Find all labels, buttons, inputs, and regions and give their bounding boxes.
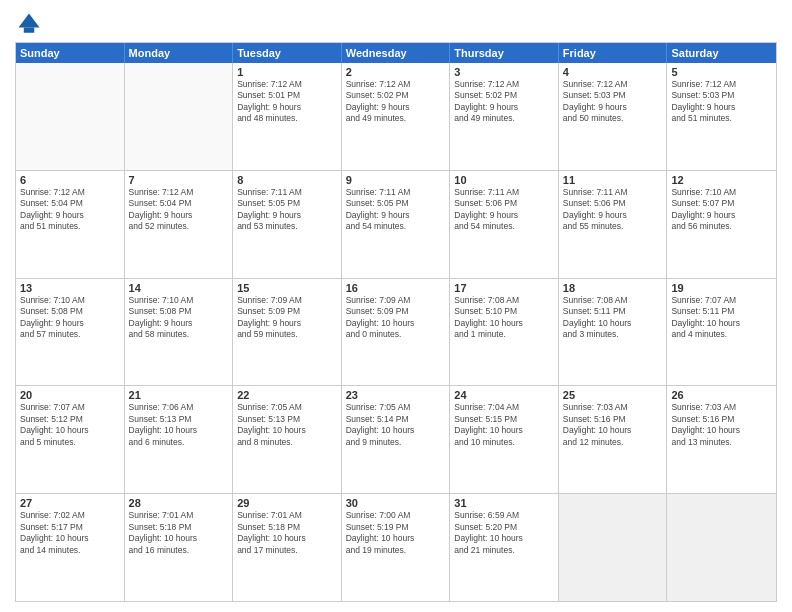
day-number: 7 — [129, 174, 229, 186]
day-number: 4 — [563, 66, 663, 78]
day-info: Sunrise: 7:12 AM Sunset: 5:03 PM Dayligh… — [671, 79, 772, 125]
calendar-header: SundayMondayTuesdayWednesdayThursdayFrid… — [16, 43, 776, 63]
day-info: Sunrise: 7:11 AM Sunset: 5:06 PM Dayligh… — [454, 187, 554, 233]
calendar-cell — [125, 63, 234, 170]
day-info: Sunrise: 7:12 AM Sunset: 5:03 PM Dayligh… — [563, 79, 663, 125]
calendar-cell: 23Sunrise: 7:05 AM Sunset: 5:14 PM Dayli… — [342, 386, 451, 493]
day-number: 19 — [671, 282, 772, 294]
day-info: Sunrise: 7:10 AM Sunset: 5:08 PM Dayligh… — [129, 295, 229, 341]
day-info: Sunrise: 7:01 AM Sunset: 5:18 PM Dayligh… — [237, 510, 337, 556]
header — [15, 10, 777, 38]
day-number: 28 — [129, 497, 229, 509]
calendar: SundayMondayTuesdayWednesdayThursdayFrid… — [15, 42, 777, 602]
calendar-cell: 12Sunrise: 7:10 AM Sunset: 5:07 PM Dayli… — [667, 171, 776, 278]
day-info: Sunrise: 7:12 AM Sunset: 5:04 PM Dayligh… — [129, 187, 229, 233]
day-info: Sunrise: 7:08 AM Sunset: 5:11 PM Dayligh… — [563, 295, 663, 341]
day-number: 21 — [129, 389, 229, 401]
day-number: 27 — [20, 497, 120, 509]
day-info: Sunrise: 7:12 AM Sunset: 5:01 PM Dayligh… — [237, 79, 337, 125]
day-number: 22 — [237, 389, 337, 401]
calendar-cell: 20Sunrise: 7:07 AM Sunset: 5:12 PM Dayli… — [16, 386, 125, 493]
calendar-cell: 18Sunrise: 7:08 AM Sunset: 5:11 PM Dayli… — [559, 279, 668, 386]
page: SundayMondayTuesdayWednesdayThursdayFrid… — [0, 0, 792, 612]
calendar-header-cell: Thursday — [450, 43, 559, 63]
day-info: Sunrise: 7:10 AM Sunset: 5:07 PM Dayligh… — [671, 187, 772, 233]
day-info: Sunrise: 7:07 AM Sunset: 5:12 PM Dayligh… — [20, 402, 120, 448]
calendar-cell: 30Sunrise: 7:00 AM Sunset: 5:19 PM Dayli… — [342, 494, 451, 601]
calendar-cell: 22Sunrise: 7:05 AM Sunset: 5:13 PM Dayli… — [233, 386, 342, 493]
calendar-header-cell: Wednesday — [342, 43, 451, 63]
calendar-cell: 24Sunrise: 7:04 AM Sunset: 5:15 PM Dayli… — [450, 386, 559, 493]
day-number: 12 — [671, 174, 772, 186]
calendar-cell: 15Sunrise: 7:09 AM Sunset: 5:09 PM Dayli… — [233, 279, 342, 386]
day-info: Sunrise: 6:59 AM Sunset: 5:20 PM Dayligh… — [454, 510, 554, 556]
day-number: 25 — [563, 389, 663, 401]
calendar-header-cell: Saturday — [667, 43, 776, 63]
day-number: 3 — [454, 66, 554, 78]
day-info: Sunrise: 7:12 AM Sunset: 5:04 PM Dayligh… — [20, 187, 120, 233]
calendar-cell: 17Sunrise: 7:08 AM Sunset: 5:10 PM Dayli… — [450, 279, 559, 386]
day-number: 23 — [346, 389, 446, 401]
calendar-cell: 21Sunrise: 7:06 AM Sunset: 5:13 PM Dayli… — [125, 386, 234, 493]
day-info: Sunrise: 7:11 AM Sunset: 5:05 PM Dayligh… — [346, 187, 446, 233]
day-info: Sunrise: 7:07 AM Sunset: 5:11 PM Dayligh… — [671, 295, 772, 341]
calendar-cell: 10Sunrise: 7:11 AM Sunset: 5:06 PM Dayli… — [450, 171, 559, 278]
day-number: 9 — [346, 174, 446, 186]
calendar-cell: 26Sunrise: 7:03 AM Sunset: 5:16 PM Dayli… — [667, 386, 776, 493]
calendar-cell — [16, 63, 125, 170]
day-info: Sunrise: 7:06 AM Sunset: 5:13 PM Dayligh… — [129, 402, 229, 448]
day-info: Sunrise: 7:11 AM Sunset: 5:05 PM Dayligh… — [237, 187, 337, 233]
calendar-cell: 6Sunrise: 7:12 AM Sunset: 5:04 PM Daylig… — [16, 171, 125, 278]
day-number: 30 — [346, 497, 446, 509]
calendar-body: 1Sunrise: 7:12 AM Sunset: 5:01 PM Daylig… — [16, 63, 776, 601]
calendar-cell — [667, 494, 776, 601]
day-info: Sunrise: 7:05 AM Sunset: 5:14 PM Dayligh… — [346, 402, 446, 448]
calendar-header-cell: Sunday — [16, 43, 125, 63]
calendar-cell: 9Sunrise: 7:11 AM Sunset: 5:05 PM Daylig… — [342, 171, 451, 278]
calendar-cell: 3Sunrise: 7:12 AM Sunset: 5:02 PM Daylig… — [450, 63, 559, 170]
day-info: Sunrise: 7:03 AM Sunset: 5:16 PM Dayligh… — [671, 402, 772, 448]
day-number: 20 — [20, 389, 120, 401]
day-info: Sunrise: 7:01 AM Sunset: 5:18 PM Dayligh… — [129, 510, 229, 556]
logo-icon — [15, 10, 43, 38]
logo — [15, 10, 47, 38]
day-number: 18 — [563, 282, 663, 294]
calendar-row: 13Sunrise: 7:10 AM Sunset: 5:08 PM Dayli… — [16, 278, 776, 386]
day-number: 10 — [454, 174, 554, 186]
svg-marker-0 — [19, 14, 40, 28]
day-number: 29 — [237, 497, 337, 509]
calendar-row: 20Sunrise: 7:07 AM Sunset: 5:12 PM Dayli… — [16, 385, 776, 493]
day-number: 24 — [454, 389, 554, 401]
calendar-cell: 19Sunrise: 7:07 AM Sunset: 5:11 PM Dayli… — [667, 279, 776, 386]
day-info: Sunrise: 7:02 AM Sunset: 5:17 PM Dayligh… — [20, 510, 120, 556]
calendar-cell: 5Sunrise: 7:12 AM Sunset: 5:03 PM Daylig… — [667, 63, 776, 170]
svg-rect-1 — [24, 28, 35, 33]
day-info: Sunrise: 7:04 AM Sunset: 5:15 PM Dayligh… — [454, 402, 554, 448]
calendar-row: 6Sunrise: 7:12 AM Sunset: 5:04 PM Daylig… — [16, 170, 776, 278]
calendar-cell: 8Sunrise: 7:11 AM Sunset: 5:05 PM Daylig… — [233, 171, 342, 278]
calendar-cell: 16Sunrise: 7:09 AM Sunset: 5:09 PM Dayli… — [342, 279, 451, 386]
day-number: 1 — [237, 66, 337, 78]
calendar-cell: 13Sunrise: 7:10 AM Sunset: 5:08 PM Dayli… — [16, 279, 125, 386]
day-info: Sunrise: 7:05 AM Sunset: 5:13 PM Dayligh… — [237, 402, 337, 448]
calendar-cell: 4Sunrise: 7:12 AM Sunset: 5:03 PM Daylig… — [559, 63, 668, 170]
day-info: Sunrise: 7:12 AM Sunset: 5:02 PM Dayligh… — [346, 79, 446, 125]
calendar-row: 27Sunrise: 7:02 AM Sunset: 5:17 PM Dayli… — [16, 493, 776, 601]
calendar-cell — [559, 494, 668, 601]
calendar-cell: 7Sunrise: 7:12 AM Sunset: 5:04 PM Daylig… — [125, 171, 234, 278]
day-info: Sunrise: 7:10 AM Sunset: 5:08 PM Dayligh… — [20, 295, 120, 341]
calendar-header-cell: Tuesday — [233, 43, 342, 63]
day-number: 26 — [671, 389, 772, 401]
calendar-header-cell: Friday — [559, 43, 668, 63]
calendar-cell: 28Sunrise: 7:01 AM Sunset: 5:18 PM Dayli… — [125, 494, 234, 601]
calendar-cell: 1Sunrise: 7:12 AM Sunset: 5:01 PM Daylig… — [233, 63, 342, 170]
day-info: Sunrise: 7:09 AM Sunset: 5:09 PM Dayligh… — [346, 295, 446, 341]
calendar-cell: 25Sunrise: 7:03 AM Sunset: 5:16 PM Dayli… — [559, 386, 668, 493]
day-number: 2 — [346, 66, 446, 78]
calendar-cell: 2Sunrise: 7:12 AM Sunset: 5:02 PM Daylig… — [342, 63, 451, 170]
calendar-header-cell: Monday — [125, 43, 234, 63]
day-info: Sunrise: 7:09 AM Sunset: 5:09 PM Dayligh… — [237, 295, 337, 341]
calendar-row: 1Sunrise: 7:12 AM Sunset: 5:01 PM Daylig… — [16, 63, 776, 170]
day-info: Sunrise: 7:00 AM Sunset: 5:19 PM Dayligh… — [346, 510, 446, 556]
calendar-cell: 29Sunrise: 7:01 AM Sunset: 5:18 PM Dayli… — [233, 494, 342, 601]
